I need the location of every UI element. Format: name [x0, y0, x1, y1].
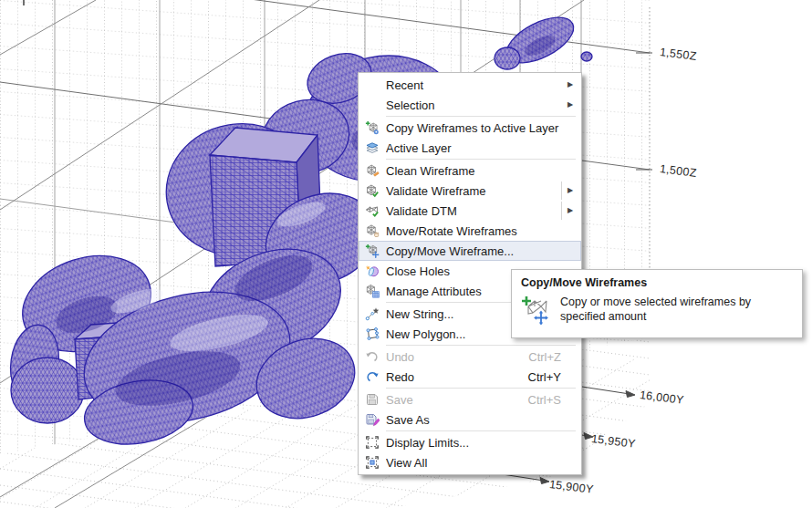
menu-item-label: Active Layer: [386, 141, 576, 155]
menu-item-move-rotate-wireframes[interactable]: Move/Rotate Wireframes: [359, 221, 581, 241]
submenu-arrow-icon: ▶: [565, 181, 576, 201]
copy-move-wireframe-icon: [359, 244, 386, 258]
menu-item-undo[interactable]: Undo Ctrl+Z: [359, 347, 581, 367]
menu-item-copy-wireframes-to-active-layer[interactable]: Copy Wireframes to Active Layer: [359, 118, 581, 138]
menu-item-label: Copy Wireframes to Active Layer: [386, 121, 576, 135]
menu-split-divider: [561, 181, 562, 200]
menu-item-label: Recent: [386, 78, 565, 92]
undo-icon: [359, 349, 386, 364]
menu-item-active-layer[interactable]: Active Layer: [359, 138, 581, 158]
menu-item-recent[interactable]: Recent ▶: [359, 75, 581, 95]
tooltip-title: Copy/Move Wireframes: [521, 276, 793, 289]
menu-item-shortcut: Ctrl+Y: [528, 370, 561, 384]
active-layer-icon: [359, 140, 386, 155]
copy-wireframes-to-active-layer-icon: [359, 120, 386, 135]
menu-item-label: Validate DTM: [386, 204, 561, 218]
menu-separator: [386, 345, 576, 346]
new-polygon-icon: [359, 327, 386, 341]
submenu-arrow-icon: ▶: [565, 75, 576, 95]
menu-item-clean-wireframe[interactable]: Clean Wireframe: [359, 161, 581, 181]
save-icon: [359, 392, 386, 407]
redo-icon: [359, 369, 386, 384]
menu-separator: [386, 116, 576, 117]
menu-item-validate-dtm[interactable]: Validate DTM ▶: [359, 201, 581, 221]
menu-item-selection[interactable]: Selection ▶: [359, 95, 581, 115]
menu-separator: [386, 159, 576, 160]
tooltip-description: Copy or move selected wireframes by spec…: [560, 295, 793, 325]
menu-split-divider: [561, 202, 562, 220]
menu-separator: [386, 430, 576, 431]
menu-item-label: Redo: [386, 370, 528, 384]
submenu-arrow-icon: ▶: [565, 201, 576, 221]
menu-item-label: Save As: [386, 413, 576, 427]
menu-item-label: Selection: [386, 98, 565, 112]
close-holes-icon: [359, 264, 386, 278]
menu-item-copy-move-wireframe[interactable]: Copy/Move Wireframe...: [359, 241, 581, 261]
menu-item-label: Display Limits...: [386, 436, 576, 450]
manage-attributes-icon: [359, 284, 386, 298]
validate-dtm-icon: [359, 203, 386, 218]
display-limits-icon: [359, 435, 386, 450]
copy-move-wireframe-large-icon: [521, 295, 552, 329]
menu-item-view-all[interactable]: View All: [359, 452, 581, 472]
menu-item-validate-wireframe[interactable]: Validate Wireframe ▶: [359, 181, 581, 201]
menu-item-label: Undo: [386, 350, 528, 364]
save-as-icon: [359, 412, 386, 427]
view-all-icon: [359, 455, 386, 470]
clean-wireframe-icon: [359, 163, 386, 178]
menu-item-redo[interactable]: Redo Ctrl+Y: [359, 367, 581, 387]
menu-item-label: Move/Rotate Wireframes: [386, 224, 576, 238]
menu-item-shortcut: Ctrl+Z: [528, 350, 561, 364]
tooltip-copy-move-wireframes: Copy/Move Wireframes Copy or move select…: [511, 269, 803, 338]
new-string-icon: [359, 306, 386, 321]
validate-wireframe-icon: [359, 183, 386, 198]
menu-item-label: Validate Wireframe: [386, 184, 561, 198]
submenu-arrow-icon: ▶: [565, 95, 576, 115]
menu-item-display-limits[interactable]: Display Limits...: [359, 432, 581, 452]
menu-item-label: Clean Wireframe: [386, 164, 576, 178]
menu-separator: [386, 388, 576, 389]
menu-item-label: View All: [386, 456, 576, 470]
menu-item-save[interactable]: Save Ctrl+S: [359, 389, 581, 410]
menu-item-label: Save: [386, 393, 528, 407]
viewport-3d[interactable]: 1,550Z 1,500Z 16,000Y 15,950Y 15,900Y Re…: [0, 0, 812, 508]
menu-item-save-as[interactable]: Save As: [359, 410, 581, 430]
menu-item-shortcut: Ctrl+S: [528, 393, 561, 407]
move-rotate-wireframes-icon: [359, 223, 386, 238]
menu-item-label: Copy/Move Wireframe...: [386, 244, 576, 258]
